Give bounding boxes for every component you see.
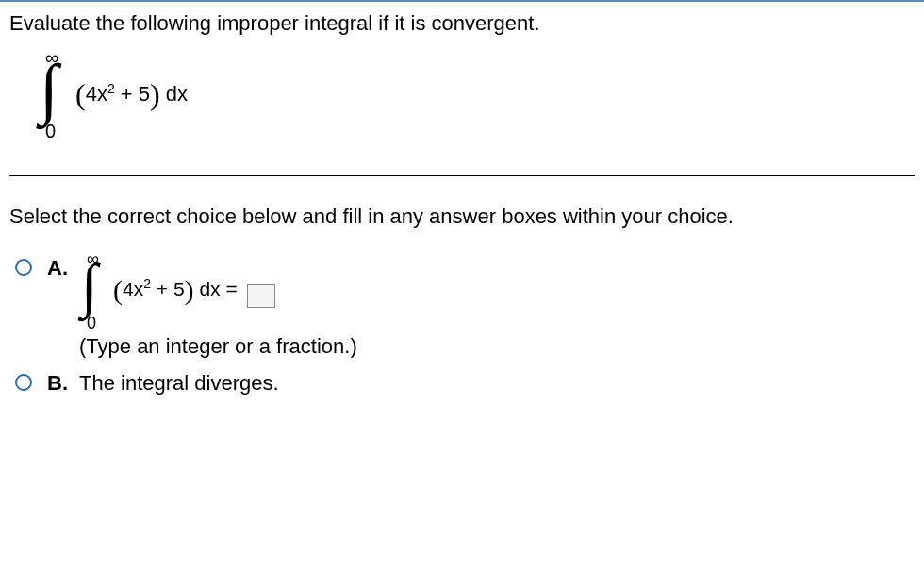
question-integral: ∞ ∫ 0 (4x2 + 5) dx xyxy=(36,53,915,138)
top-accent-border xyxy=(0,0,924,2)
choice-a-body: ∞ ∫ 0 (4x2 + 5) dx = (Type an integer or… xyxy=(79,253,357,359)
question-prompt: Evaluate the following improper integral… xyxy=(9,11,915,36)
question-container: Evaluate the following improper integral… xyxy=(0,4,924,416)
choice-a-letter: A. xyxy=(47,256,70,281)
integral-lower-bound: 0 xyxy=(45,121,56,142)
radio-choice-b[interactable] xyxy=(15,374,32,391)
choices-list: A. ∞ ∫ 0 (4x2 + 5) dx = (Type an integer… xyxy=(9,255,915,396)
section-divider xyxy=(9,175,915,176)
integral-sign: ∫ xyxy=(81,255,98,316)
integral-sign: ∫ xyxy=(40,55,58,122)
choice-a: A. ∞ ∫ 0 (4x2 + 5) dx = (Type an integer… xyxy=(15,255,915,359)
choice-a-hint: (Type an integer or a fraction.) xyxy=(79,334,357,359)
choice-a-integral: ∞ ∫ 0 (4x2 + 5) dx = xyxy=(79,253,357,331)
integral-lower-bound: 0 xyxy=(87,314,96,333)
choice-b-text: The integral diverges. xyxy=(79,371,279,396)
integrand: (4x2 + 5) dx = xyxy=(113,274,275,308)
answer-input[interactable] xyxy=(247,284,275,308)
choice-b-letter: B. xyxy=(47,371,70,396)
radio-choice-a[interactable] xyxy=(15,259,32,276)
choice-b: B. The integral diverges. xyxy=(15,370,915,396)
choice-instruction: Select the correct choice below and fill… xyxy=(9,204,915,229)
integrand: (4x2 + 5) dx xyxy=(75,77,188,112)
